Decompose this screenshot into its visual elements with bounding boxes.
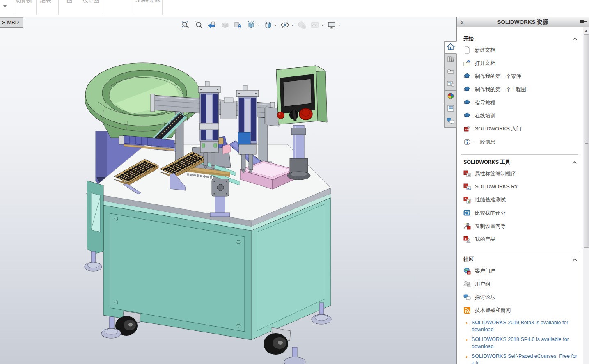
item-performance-benchmark[interactable]: S 性能基准测试: [457, 193, 583, 206]
item-compare-scores[interactable]: 比较我的评分: [457, 206, 583, 220]
svg-text:sw: sw: [468, 272, 471, 274]
toolbar-separator: [14, 0, 14, 15]
sw-rx-icon: SRx: [463, 183, 471, 190]
chevron-up-icon[interactable]: [572, 256, 578, 263]
collapse-pane-icon[interactable]: «: [457, 19, 467, 25]
scrollbar-thumb[interactable]: [584, 34, 589, 248]
news-bullet-icon: ›: [466, 353, 468, 360]
toolbar-separator: [133, 0, 133, 15]
tab-appearances-scenes[interactable]: [444, 91, 457, 103]
news-link[interactable]: › SOLIDWORKS Self-Paced eCourses: Free f…: [466, 353, 581, 364]
news-link[interactable]: › SOLIDWORKS 2019 Beta3 is available for…: [466, 319, 581, 333]
toolbar-separator: [103, 0, 103, 15]
svg-text:S: S: [465, 185, 467, 188]
section-divider: [461, 154, 578, 155]
task-pane-scrollbar[interactable]: ▲: [583, 27, 589, 364]
user-groups-icon: [463, 280, 471, 288]
section-title: 社区: [463, 256, 572, 263]
copy-settings-wizard-icon: [463, 222, 471, 230]
property-tab-builder-icon: S: [463, 170, 471, 177]
discussion-forum-icon: [463, 293, 471, 301]
tab-view-palette[interactable]: [444, 78, 457, 91]
item-online-training[interactable]: 在线培训: [457, 109, 583, 122]
section-divider: [461, 252, 578, 252]
tab-forum[interactable]: [444, 115, 457, 128]
svg-text:sw: sw: [465, 128, 469, 131]
tab-file-explorer[interactable]: [444, 66, 457, 78]
chevron-up-icon[interactable]: [572, 35, 578, 42]
tutorial-cap-icon: [463, 112, 471, 119]
color-ball-icon: [447, 92, 454, 101]
open-document-icon: [463, 60, 471, 67]
section-title: 开始: [463, 35, 572, 42]
form-icon: [447, 105, 454, 114]
toolbar-separator: [162, 0, 163, 15]
item-new-document[interactable]: 新建文档: [457, 43, 583, 57]
task-pane-title: SOLIDWORKS 资源: [467, 18, 579, 26]
item-general-info[interactable]: 一般信息: [457, 135, 583, 149]
news-bullet-icon: ›: [466, 337, 468, 343]
svg-text:S: S: [465, 172, 467, 174]
task-pane-header: « SOLIDWORKS 资源: [457, 17, 589, 27]
news-link[interactable]: › SOLIDWORKS 2018 SP4.0 is available for…: [466, 336, 581, 350]
section-header-community: 社区: [457, 254, 583, 264]
model-3d-assembly: [0, 17, 456, 364]
section-header-tools: SOLIDWORKS 工具: [457, 157, 583, 167]
tab-custom-properties[interactable]: [444, 103, 457, 115]
chevron-down-icon[interactable]: [3, 5, 7, 7]
sw-getting-started-icon: sw: [463, 125, 471, 133]
ribbon-label[interactable]: 图: [67, 0, 73, 5]
folder-icon: [447, 68, 454, 77]
tab-solidworks-resources[interactable]: [444, 41, 457, 54]
chevron-up-icon[interactable]: [572, 158, 578, 166]
benchmark-icon: S: [463, 196, 471, 204]
chat-icon: [447, 117, 455, 126]
scroll-up-icon[interactable]: ▲: [583, 27, 589, 34]
news-feed: › SOLIDWORKS 2019 Beta3 is available for…: [457, 317, 583, 364]
item-discussion-forum[interactable]: 探讨论坛: [457, 291, 583, 304]
item-open-document[interactable]: 打开文档: [457, 57, 583, 70]
ribbon-label[interactable]: Speedpak: [135, 0, 160, 3]
tutorial-cap-icon: [463, 99, 471, 106]
graphics-viewport[interactable]: S MBD A ▾ ▾ ▾ ▾ ▾: [0, 17, 456, 364]
section-title: SOLIDWORKS 工具: [463, 159, 572, 166]
svg-text:Rx: Rx: [467, 187, 471, 190]
new-document-icon: [463, 46, 471, 54]
customer-portal-icon: sw: [463, 267, 471, 275]
item-user-groups[interactable]: 用户组: [457, 277, 583, 291]
item-customer-portal[interactable]: sw 客户门户: [457, 264, 583, 277]
tutorial-cap-icon: [463, 86, 471, 93]
item-tech-alerts-news[interactable]: 技术警戒和新闻: [457, 304, 583, 317]
task-pane-tab-strip: [444, 41, 457, 128]
ribbon-label[interactable]: 线草图: [83, 0, 99, 5]
toolbar-separator: [36, 0, 37, 15]
model-control-panel: [266, 66, 327, 126]
push-pin-icon[interactable]: [579, 18, 589, 26]
rss-icon: [463, 307, 471, 314]
svg-text:S: S: [465, 198, 467, 201]
compare-scores-icon: [463, 209, 471, 217]
section-header-start: 开始: [457, 34, 583, 43]
news-bullet-icon: ›: [466, 320, 468, 327]
ribbon-label[interactable]: 细表: [40, 0, 51, 5]
item-property-tab-builder[interactable]: S 属性标签编制程序: [457, 167, 583, 180]
item-solidworks-rx[interactable]: SRx SOLIDWORKS Rx: [457, 180, 583, 193]
task-pane: « SOLIDWORKS 资源: [456, 17, 589, 364]
ribbon-label[interactable]: 动算例: [15, 0, 32, 5]
tab-design-library[interactable]: [444, 54, 457, 66]
item-tutorials[interactable]: 指导教程: [457, 96, 583, 109]
item-sw-getting-started[interactable]: sw SOLIDWORKS 入门: [457, 122, 583, 135]
task-pane-body: 开始 新建文档 打开文档 制作我的第一个零件 制作我的第一个工程图: [457, 27, 583, 364]
item-copy-settings-wizard[interactable]: 复制设置向导: [457, 220, 583, 233]
tutorial-cap-icon: [463, 73, 471, 80]
books-icon: [447, 55, 454, 64]
palette-icon: [447, 80, 454, 89]
info-icon: [463, 138, 471, 146]
item-first-drawing[interactable]: 制作我的第一个工程图: [457, 83, 583, 96]
home-icon: [447, 43, 455, 52]
item-my-products[interactable]: S 我的产品: [457, 233, 583, 246]
top-toolbar: 动算例 细表 图 线草图 Speedpak: [0, 0, 589, 17]
my-products-icon: S: [463, 236, 471, 243]
item-first-part[interactable]: 制作我的第一个零件: [457, 70, 583, 83]
svg-text:S: S: [465, 237, 467, 240]
